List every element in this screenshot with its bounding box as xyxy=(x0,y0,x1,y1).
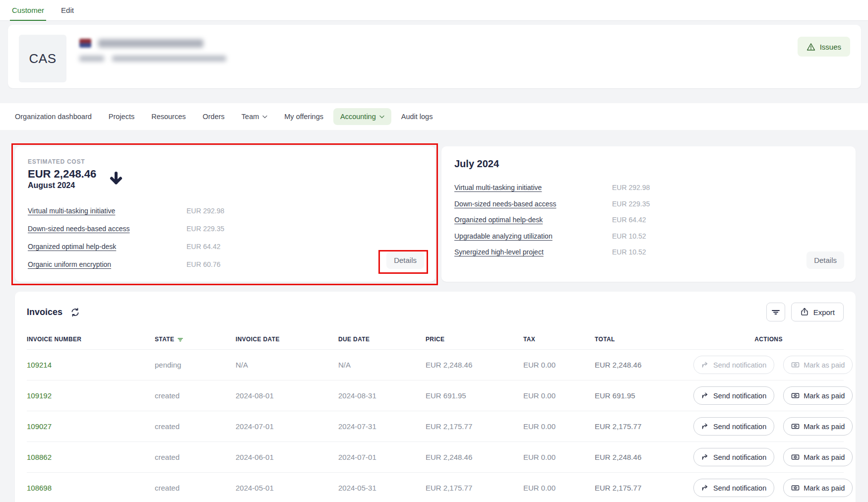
cost-item-row: Organized optimal help-desk EUR 64.42 xyxy=(454,212,843,228)
invoice-due-date: 2024-07-01 xyxy=(338,453,426,461)
customer-id-redacted xyxy=(79,56,104,62)
invoice-due-date: N/A xyxy=(338,361,426,369)
estimated-cost-period: August 2024 xyxy=(28,181,96,190)
col-due-date: DUE DATE xyxy=(338,336,426,343)
nav-item-team[interactable]: Team xyxy=(235,108,274,125)
banknote-icon xyxy=(791,422,800,431)
cost-item-link[interactable]: Virtual multi-tasking initiative xyxy=(454,184,542,191)
country-flag-icon xyxy=(79,39,91,48)
nav-item-my-offerings[interactable]: My offerings xyxy=(277,108,330,125)
issues-button-label: Issues xyxy=(820,43,841,51)
banknote-icon xyxy=(791,361,800,369)
invoice-total: EUR 2,248.46 xyxy=(595,453,693,461)
invoice-date: 2024-07-01 xyxy=(236,422,338,431)
cost-item-value: EUR 10.52 xyxy=(612,232,843,240)
cost-item-link[interactable]: Virtual multi-tasking initiative xyxy=(28,207,115,215)
send-icon xyxy=(701,361,709,369)
export-button-label: Export xyxy=(813,308,835,316)
cost-item-link[interactable]: Synergized high-level project xyxy=(454,248,544,256)
cost-panels: ESTIMATED COST EUR 2,248.46 August 2024 … xyxy=(15,146,856,282)
nav-item-projects[interactable]: Projects xyxy=(102,108,141,125)
banknote-icon xyxy=(791,453,800,461)
invoice-row: 109192 created 2024-08-01 2024-08-31 EUR… xyxy=(27,380,844,411)
send-notification-button[interactable]: Send notification xyxy=(693,417,774,436)
state-filter-icon[interactable] xyxy=(177,336,184,343)
invoice-total: EUR 2,248.46 xyxy=(595,361,693,369)
cost-item-row: Virtual multi-tasking initiative EUR 292… xyxy=(454,180,843,196)
tab-edit[interactable]: Edit xyxy=(59,0,76,21)
invoice-row: 108862 created 2024-06-01 2024-07-01 EUR… xyxy=(27,441,844,472)
send-notification-button[interactable]: Send notification xyxy=(693,356,774,374)
customer-name-redacted xyxy=(98,39,203,48)
refresh-icon xyxy=(70,308,80,317)
estimated-cost-details-button[interactable]: Details xyxy=(386,251,424,269)
export-button[interactable]: Export xyxy=(791,303,844,321)
col-state[interactable]: STATE xyxy=(155,336,236,343)
cost-item-link[interactable]: Down-sized needs-based access xyxy=(454,200,556,208)
cost-item-link[interactable]: Organized optimal help-desk xyxy=(28,243,116,251)
refresh-button[interactable] xyxy=(69,307,81,318)
invoice-tax: EUR 0.00 xyxy=(523,422,595,431)
send-notification-button[interactable]: Send notification xyxy=(693,448,774,466)
mark-as-paid-button[interactable]: Mark as paid xyxy=(783,356,853,374)
nav-item-resources[interactable]: Resources xyxy=(144,108,192,125)
cost-item-link[interactable]: Down-sized needs-based access xyxy=(28,225,129,233)
cost-item-row: Down-sized needs-based access EUR 229.35 xyxy=(454,196,843,212)
cost-item-row: Down-sized needs-based access EUR 229.35 xyxy=(28,220,423,238)
page-tabbar: Customer Edit xyxy=(0,0,868,21)
nav-item-accounting[interactable]: Accounting xyxy=(333,108,391,125)
invoice-number-link[interactable]: 108862 xyxy=(27,453,155,461)
invoice-number-link[interactable]: 109192 xyxy=(27,391,155,400)
invoice-tax: EUR 0.00 xyxy=(523,453,595,461)
cost-item-link[interactable]: Upgradable analyzing utilization xyxy=(454,232,553,240)
july-panel-title: July 2024 xyxy=(454,158,843,170)
customer-header-card: CAS Issues xyxy=(8,25,861,88)
col-actions: ACTIONS xyxy=(693,336,844,343)
export-icon xyxy=(800,308,809,316)
cost-item-value: EUR 64.42 xyxy=(186,243,423,251)
nav-item-audit-logs[interactable]: Audit logs xyxy=(394,108,440,125)
invoice-tax: EUR 0.00 xyxy=(523,391,595,400)
chevron-down-icon xyxy=(262,115,267,119)
invoice-state: created xyxy=(155,484,236,492)
send-icon xyxy=(701,453,709,461)
send-notification-button[interactable]: Send notification xyxy=(693,479,774,497)
cost-item-link[interactable]: Organized optimal help-desk xyxy=(454,216,543,224)
send-notification-button[interactable]: Send notification xyxy=(693,386,774,405)
col-total: TOTAL xyxy=(595,336,693,343)
invoice-due-date: 2024-05-31 xyxy=(338,484,426,492)
invoice-number-link[interactable]: 108698 xyxy=(27,484,155,492)
invoices-title: Invoices xyxy=(27,307,62,317)
invoice-date: N/A xyxy=(236,361,338,369)
col-invoice-number: INVOICE NUMBER xyxy=(27,336,155,343)
organization-nav: Organization dashboard Projects Resource… xyxy=(0,103,868,130)
nav-item-organization-dashboard[interactable]: Organization dashboard xyxy=(8,108,99,125)
invoice-number-link[interactable]: 109214 xyxy=(27,361,155,369)
cost-item-row: Organized optimal help-desk EUR 64.42 xyxy=(28,238,423,255)
mark-as-paid-button[interactable]: Mark as paid xyxy=(783,417,853,436)
estimated-cost-label: ESTIMATED COST xyxy=(28,158,423,165)
banknote-icon xyxy=(791,484,800,492)
cost-item-row: Upgradable analyzing utilization EUR 10.… xyxy=(454,228,843,245)
mark-as-paid-button[interactable]: Mark as paid xyxy=(783,386,853,405)
nav-item-orders[interactable]: Orders xyxy=(195,108,231,125)
issues-button[interactable]: Issues xyxy=(798,37,850,57)
july-details-button[interactable]: Details xyxy=(806,251,844,269)
cost-item-value: EUR 229.35 xyxy=(612,200,843,208)
cost-item-link[interactable]: Organic uniform encryption xyxy=(28,260,111,268)
invoice-price: EUR 2,175.77 xyxy=(426,422,523,431)
invoice-price: EUR 2,248.46 xyxy=(426,361,523,369)
invoice-number-link[interactable]: 109027 xyxy=(27,422,155,431)
tab-customer[interactable]: Customer xyxy=(10,0,46,21)
mark-as-paid-button[interactable]: Mark as paid xyxy=(783,448,853,466)
mark-as-paid-button[interactable]: Mark as paid xyxy=(783,479,853,497)
invoice-price: EUR 691.95 xyxy=(426,391,523,400)
invoice-total: EUR 691.95 xyxy=(595,391,693,400)
invoice-row: 108698 created 2024-05-01 2024-05-31 EUR… xyxy=(27,472,844,502)
col-tax: TAX xyxy=(523,336,595,343)
invoice-tax: EUR 0.00 xyxy=(523,484,595,492)
july-2024-panel: July 2024 Virtual multi-tasking initiati… xyxy=(441,146,856,282)
banknote-icon xyxy=(791,391,800,400)
chevron-down-icon xyxy=(379,115,384,119)
filter-button[interactable] xyxy=(766,303,785,321)
